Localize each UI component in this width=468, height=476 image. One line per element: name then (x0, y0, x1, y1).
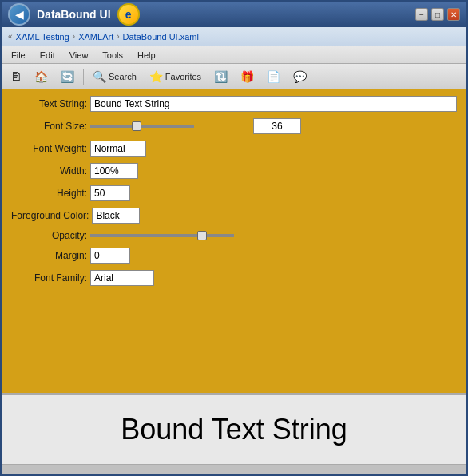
toolbar-media[interactable]: 🔃 (208, 67, 233, 86)
favorites-icon: ⭐ (149, 70, 163, 83)
back-icon: 🖹 (10, 70, 22, 83)
chevron-icon-3: › (117, 32, 119, 41)
width-label: Width: (11, 165, 87, 177)
text-string-label: Text String: (11, 98, 87, 109)
search-icon: 🔍 (93, 70, 106, 83)
extra3-icon: 💬 (293, 70, 307, 83)
width-input[interactable] (90, 163, 138, 179)
font-weight-input[interactable] (90, 141, 146, 157)
toolbar-back[interactable]: 🖹 (5, 67, 27, 86)
address-link-xaml-testing[interactable]: XAML Testing (16, 32, 69, 42)
ie-logo: e (117, 3, 140, 26)
fg-color-label: Foreground Color: (11, 210, 89, 221)
toolbar-divider (83, 69, 84, 85)
extra1-icon: 🎁 (240, 70, 254, 83)
search-label: Search (109, 72, 137, 81)
margin-row: Margin: (11, 248, 457, 264)
window-title: DataBound UI (37, 8, 111, 21)
toolbar-favorites[interactable]: ⭐ Favorites (144, 67, 207, 86)
menu-bar: File Edit View Tools Help (2, 46, 466, 64)
width-row: Width: (11, 163, 457, 179)
font-family-label: Font Family: (11, 272, 87, 284)
font-weight-label: Font Weight: (11, 143, 87, 154)
text-string-row: Text String: (11, 96, 457, 112)
font-family-row: Font Family: (11, 270, 457, 286)
toolbar-search[interactable]: 🔍 Search (87, 67, 142, 86)
address-link-databound[interactable]: DataBound UI.xaml (123, 32, 199, 42)
fg-color-input[interactable] (92, 208, 140, 224)
address-bar: « XAML Testing › XAMLArt › DataBound UI.… (2, 27, 466, 46)
chevron-icon-2: › (73, 32, 75, 41)
text-string-input[interactable] (90, 96, 457, 112)
back-button[interactable]: ◀ (8, 3, 30, 26)
height-row: Height: (11, 185, 457, 201)
close-button[interactable]: ✕ (447, 8, 460, 21)
opacity-slider-container (90, 234, 250, 237)
font-size-slider[interactable] (90, 125, 194, 128)
chevron-icon: « (8, 32, 13, 41)
minimize-button[interactable]: − (415, 8, 428, 21)
menu-tools[interactable]: Tools (96, 49, 129, 61)
font-size-slider-container (90, 125, 250, 128)
address-link-xamlart[interactable]: XAMLArt (78, 32, 113, 42)
opacity-label: Opacity: (11, 230, 87, 241)
opacity-row: Opacity: (11, 230, 457, 241)
font-size-label: Font Size: (11, 121, 87, 132)
preview-area: Bound Text String (2, 393, 466, 465)
refresh-icon: 🔄 (61, 70, 74, 83)
media-icon: 🔃 (214, 70, 228, 83)
font-size-input[interactable] (253, 118, 301, 134)
content-area: Text String: Font Size: Font Weight: Wid… (2, 89, 466, 393)
font-family-input[interactable] (90, 270, 154, 286)
margin-input[interactable] (90, 248, 130, 264)
menu-help[interactable]: Help (131, 49, 162, 61)
bottom-area (2, 465, 466, 476)
menu-edit[interactable]: Edit (34, 49, 61, 61)
toolbar-forward[interactable]: 🏠 (29, 67, 54, 86)
toolbar: 🖹 🏠 🔄 🔍 Search ⭐ Favorites 🔃 🎁 📄 💬 (2, 64, 466, 89)
maximize-button[interactable]: □ (431, 8, 444, 21)
window-controls: − □ ✕ (415, 8, 460, 21)
menu-file[interactable]: File (5, 49, 32, 61)
opacity-slider[interactable] (90, 234, 234, 237)
toolbar-extra1[interactable]: 🎁 (235, 67, 260, 86)
title-bar: ◀ DataBound UI e − □ ✕ (2, 2, 466, 27)
extra2-icon: 📄 (267, 70, 280, 83)
height-input[interactable] (90, 185, 130, 201)
toolbar-refresh[interactable]: 🔄 (55, 67, 80, 86)
preview-text: Bound Text String (121, 413, 347, 446)
height-label: Height: (11, 188, 87, 199)
font-size-row: Font Size: (11, 118, 457, 134)
favorites-label: Favorites (165, 72, 201, 81)
font-weight-row: Font Weight: (11, 141, 457, 157)
margin-label: Margin: (11, 250, 87, 261)
menu-view[interactable]: View (63, 49, 95, 61)
toolbar-extra3[interactable]: 💬 (288, 67, 312, 86)
fg-color-row: Foreground Color: (11, 208, 457, 224)
forward-icon: 🏠 (34, 70, 48, 83)
toolbar-extra2[interactable]: 📄 (261, 67, 286, 86)
